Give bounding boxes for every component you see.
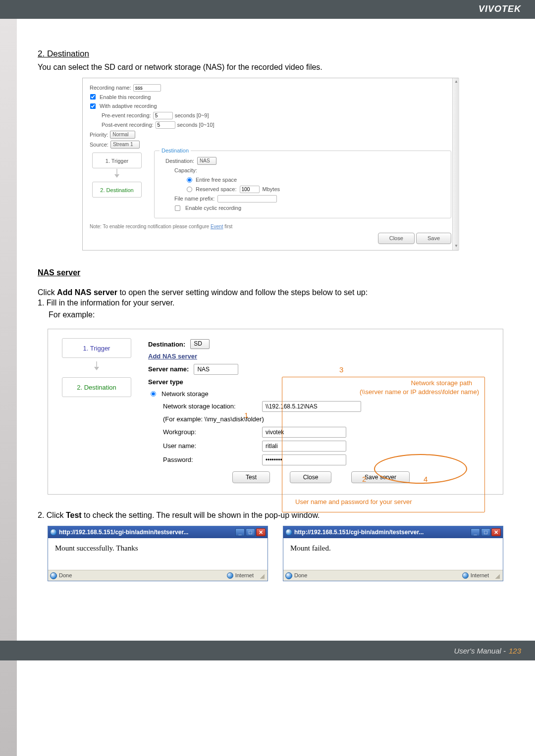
- resize-grip-icon[interactable]: [494, 573, 500, 579]
- page-icon: [50, 572, 57, 579]
- popup-success-body: Mount successfully. Thanks: [48, 538, 268, 570]
- pre-event-input[interactable]: [153, 112, 173, 119]
- anno-3: 3: [339, 365, 343, 375]
- pre-event-label: Pre-event recording:: [102, 112, 151, 119]
- capacity-label: Capacity:: [174, 167, 197, 174]
- entire-free-label: Entire free space: [196, 176, 237, 184]
- callout-net-sub: (\\server name or IP address\folder name…: [360, 388, 479, 397]
- nas-step1: 1. Fill in the information for your serv…: [38, 298, 503, 308]
- username-input[interactable]: [262, 441, 346, 452]
- maximize-icon[interactable]: □: [246, 528, 255, 536]
- entire-free-radio[interactable]: [187, 177, 192, 183]
- destination-legend: Destination: [160, 147, 191, 154]
- reserved-space-radio[interactable]: [187, 187, 192, 192]
- status-zone: Internet: [235, 572, 254, 579]
- workgroup-input[interactable]: [262, 427, 346, 438]
- network-storage-radio[interactable]: [151, 391, 156, 397]
- password-input[interactable]: [262, 454, 346, 465]
- post-event-suffix: seconds [0~10]: [177, 121, 214, 129]
- scrollbar[interactable]: [452, 78, 459, 251]
- nsl-label: Network storage location:: [163, 402, 257, 411]
- priority-label: Priority:: [90, 131, 108, 139]
- reserved-unit: Mbytes: [263, 186, 280, 193]
- nsl-input[interactable]: [262, 401, 361, 412]
- nas-heading: NAS server: [38, 267, 503, 278]
- event-link[interactable]: Event: [211, 224, 223, 229]
- wizard-tab-destination[interactable]: 2. Destination: [92, 182, 142, 198]
- maximize-icon[interactable]: □: [481, 528, 490, 536]
- prefix-label: File name prefix:: [174, 195, 214, 202]
- server-name-label: Server name:: [148, 365, 189, 374]
- reserved-space-input[interactable]: [240, 186, 260, 193]
- wizard2-tab-trigger[interactable]: 1. Trigger: [62, 338, 131, 358]
- destination-label: Destination:: [165, 157, 194, 165]
- footer-label: User's Manual -: [454, 647, 506, 655]
- globe-icon: [227, 572, 233, 579]
- popup-url: http://192.168.5.151/cgi-bin/admin/tests…: [59, 528, 188, 536]
- minimize-icon[interactable]: _: [235, 528, 245, 536]
- recording-name-input[interactable]: [133, 84, 161, 92]
- arrow-down-icon: [94, 367, 99, 370]
- destination2-select[interactable]: SD: [190, 339, 210, 349]
- step2-text: 2. Click Test to check the setting. The …: [38, 510, 503, 521]
- brand-bar: VIVOTEK: [0, 0, 535, 19]
- nsl-example: (For example: \\my_nas\disk\folder): [163, 415, 264, 424]
- network-storage-label: Network storage: [161, 390, 209, 399]
- anno-4: 4: [424, 474, 428, 484]
- close-button[interactable]: Close: [378, 233, 415, 244]
- status-zone: Internet: [471, 572, 489, 579]
- prefix-input[interactable]: [217, 195, 277, 202]
- username-label: User name:: [163, 442, 257, 451]
- test-button[interactable]: Test: [232, 471, 270, 483]
- enable-recording-checkbox[interactable]: [90, 94, 96, 100]
- popup-fail-body: Mount failed.: [283, 538, 503, 570]
- adaptive-label: With adaptive recording: [100, 102, 157, 110]
- minimize-icon[interactable]: _: [471, 528, 480, 536]
- page-footer: User's Manual - 123: [0, 641, 535, 660]
- wizard-tab-trigger[interactable]: 1. Trigger: [92, 152, 142, 168]
- post-event-input[interactable]: [156, 121, 175, 129]
- server-type-label: Server type: [148, 378, 183, 387]
- nas-intro: Click Add NAS server to open the server …: [38, 287, 503, 298]
- ie-icon: [50, 529, 57, 536]
- globe-icon: [462, 572, 469, 579]
- adaptive-checkbox[interactable]: [90, 103, 96, 109]
- credentials-caption: User name and password for your server: [295, 498, 503, 506]
- footer-page-number: 123: [509, 647, 521, 655]
- recording-panel: Recording name: Enable this recording Wi…: [82, 78, 459, 251]
- wizard2-tab-destination[interactable]: 2. Destination: [62, 377, 131, 397]
- destination-select[interactable]: NAS: [197, 157, 216, 165]
- anno-1: 1: [244, 410, 248, 420]
- nas-server-panel: 1. Trigger 2. Destination Destination: S…: [48, 329, 503, 494]
- close-icon[interactable]: ✕: [256, 528, 266, 536]
- status-done: Done: [59, 572, 72, 579]
- anno-2: 2: [362, 474, 366, 484]
- resize-grip-icon[interactable]: [259, 573, 265, 579]
- server-name-input[interactable]: [194, 364, 238, 375]
- ie-icon: [285, 529, 292, 536]
- popup-url: http://192.168.5.151/cgi-bin/admin/tests…: [294, 528, 424, 536]
- post-event-label: Post-event recording:: [102, 121, 154, 129]
- save-server-button[interactable]: Save server: [351, 471, 410, 483]
- callout-net-label: Network storage path: [411, 379, 472, 388]
- popup-fail: http://192.168.5.151/cgi-bin/admin/tests…: [283, 526, 503, 581]
- enable-recording-label: Enable this recording: [100, 94, 151, 101]
- reserved-space-label: Reserved space:: [196, 186, 237, 193]
- destination2-label: Destination:: [148, 340, 185, 349]
- note-line: Note: To enable recording notification p…: [90, 223, 451, 230]
- close-icon[interactable]: ✕: [491, 528, 501, 536]
- nas-step1-sub: For example:: [38, 309, 503, 320]
- save-button[interactable]: Save: [416, 233, 451, 244]
- add-nas-link[interactable]: Add NAS server: [148, 352, 197, 361]
- close2-button[interactable]: Close: [290, 471, 332, 483]
- recording-name-label: Recording name:: [90, 84, 131, 92]
- source-select[interactable]: Stream 1: [110, 141, 140, 149]
- cyclic-checkbox[interactable]: [175, 205, 180, 211]
- source-label: Source:: [90, 141, 108, 149]
- status-done: Done: [294, 572, 307, 579]
- pre-event-suffix: seconds [0~9]: [175, 112, 209, 119]
- popup-success: http://192.168.5.151/cgi-bin/admin/tests…: [48, 526, 268, 581]
- page-icon: [285, 572, 292, 579]
- priority-select[interactable]: Normal: [110, 131, 135, 139]
- intro-text: You can select the SD card or network st…: [38, 62, 503, 73]
